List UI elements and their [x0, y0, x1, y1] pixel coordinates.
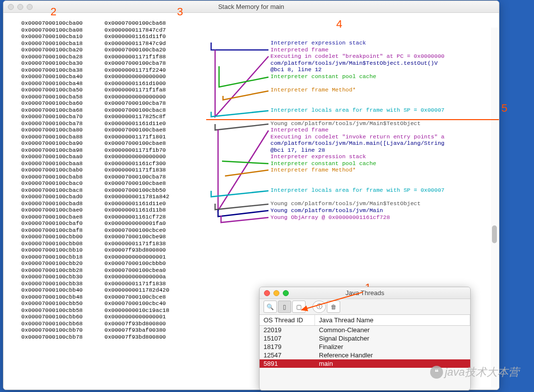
value-cell: 0x0000000117847cd7 — [104, 27, 169, 34]
table-row[interactable]: 18179Finalizer — [260, 343, 470, 351]
stack-label: Interpreter locals area for frame with S… — [270, 107, 445, 114]
addr-cell: 0x00007000100cba90 — [21, 140, 83, 147]
stack-label: Interpreter expression stack — [270, 40, 366, 46]
value-cell: 0x00007000100cbce0 — [104, 227, 169, 234]
addr-cell: 0x00007000100cbb70 — [21, 327, 83, 334]
stack-label: Interpreter frame Method* — [270, 87, 356, 93]
addr-cell: 0x00007000100cbab8 — [21, 174, 83, 180]
value-cell: 0x0000000117825c8f — [104, 113, 169, 120]
value-cell: 0x00000001171f2240 — [104, 67, 169, 74]
value-cell: 0x00000001171f1838 — [104, 280, 169, 287]
value-cell: 0x00007000100cbc40 — [104, 300, 169, 307]
addr-cell: 0x00007000100cbaa8 — [21, 160, 83, 167]
close-icon[interactable] — [8, 4, 14, 10]
table-row[interactable]: 15107Signal Dispatcher — [260, 334, 470, 343]
stack-label: Interpreter locals area for frame with S… — [270, 187, 445, 194]
anno-3: 3 — [177, 5, 183, 18]
addr-cell: 0x00007000100cba40 — [21, 73, 83, 80]
value-cell: 0x00007000100cba78 — [104, 174, 169, 180]
addr-cell: 0x00007000100cba48 — [21, 80, 83, 87]
cell-thread-name: Finalizer — [315, 343, 470, 351]
anno-arrow-1 — [274, 290, 373, 320]
addr-cell: 0x00007000100cba20 — [21, 46, 83, 53]
value-cell: 0x000000000000000a — [104, 273, 169, 280]
addr-cell: 0x00007000100cba78 — [21, 120, 83, 127]
value-cell: 0x00000001171f1f88 — [104, 53, 169, 60]
scrollbar-thumb[interactable] — [492, 225, 497, 243]
stack-label: Young com/platform/tools/jvm/Main$TestOb… — [270, 200, 421, 207]
addr-cell: 0x00007000100cbaf0 — [21, 220, 83, 227]
value-cell: 0x00007f93bd800800 — [104, 334, 169, 341]
addr-cell: 0x00007000100cbb08 — [21, 240, 83, 247]
zoom-icon[interactable] — [27, 4, 33, 10]
addr-cell: 0x00007000100cba98 — [21, 147, 83, 154]
cell-thread-name: Common-Cleaner — [315, 326, 470, 334]
addr-cell: 0x00007000100cbb58 — [21, 307, 83, 314]
stack-label: @bci 17, line 28 — [270, 147, 325, 154]
addr-cell: 0x00007000100cbb78 — [21, 334, 83, 341]
stack-label: @bci 8, line 12 — [270, 66, 322, 73]
stack-label: Interpreted frame — [270, 46, 328, 53]
addr-cell: 0x00007000100cbac8 — [21, 187, 83, 194]
value-cell: 0x00007000100cbae8 — [104, 180, 169, 187]
addr-cell: 0x00007000100cba80 — [21, 127, 83, 133]
value-cell: 0x00000001171f1b70 — [104, 147, 169, 154]
addr-cell: 0x00007000100cbb50 — [21, 300, 83, 307]
wechat-icon: ❝ — [430, 366, 443, 379]
cell-thread-id: 22019 — [260, 326, 315, 334]
addr-cell: 0x00007000100cba10 — [21, 33, 83, 40]
address-column-2: 0x00007000100cba680x0000000117847cd70x00… — [104, 20, 169, 340]
addr-cell: 0x00007000100cbb40 — [21, 287, 83, 294]
addr-cell: 0x00007000100cbb00 — [21, 233, 83, 240]
value-cell: 0x00000001171f1801 — [104, 133, 169, 140]
addr-cell: 0x00007000100cba60 — [21, 100, 83, 107]
stack-label: Interpreter frame Method* — [270, 167, 356, 174]
stack-label: Interpreter constant pool cache — [270, 73, 376, 80]
addr-cell: 0x00007000100cbb28 — [21, 267, 83, 274]
anno-4: 4 — [336, 18, 342, 31]
cell-thread-name: Reference Handler — [315, 351, 470, 359]
table-row[interactable]: 22019Common-Cleaner — [260, 326, 470, 334]
stack-label: Young com/platform/tools/jvm/Main$TestOb… — [270, 120, 421, 127]
addr-cell: 0x00007000100cba30 — [21, 60, 83, 67]
stack-label: Interpreter constant pool cache — [270, 160, 376, 167]
value-cell: 0x00007000100cbac8 — [104, 107, 169, 114]
addr-cell: 0x00007000100cba58 — [21, 93, 83, 100]
value-cell: 0x00000001171f1838 — [104, 240, 169, 247]
stack-label: Young ObjArray @ 0x00000001161cf728 — [270, 214, 390, 221]
value-cell: 0x00007000100cba78 — [104, 60, 169, 67]
value-cell: 0x00007000100cbb50 — [104, 187, 169, 194]
value-cell: 0x00000001161d11b8 — [104, 207, 169, 214]
addr-cell: 0x00007000100cbae0 — [21, 207, 83, 214]
table-row[interactable]: 12547Reference Handler — [260, 351, 470, 359]
cell-thread-name: Signal Dispatcher — [315, 334, 470, 343]
window-title: Stack Memory for main — [3, 3, 499, 10]
titlebar[interactable]: Stack Memory for main — [3, 1, 499, 13]
close-icon[interactable] — [264, 290, 270, 296]
stack-label: Interpreted frame — [270, 127, 328, 133]
addr-cell: 0x00007000100cbb30 — [21, 273, 83, 280]
threads-table: OS Thread ID Java Thread Name 22019Commo… — [260, 315, 470, 368]
value-cell: 0x0000000011782d420 — [104, 287, 169, 294]
minimize-icon[interactable] — [17, 4, 23, 10]
addr-cell: 0x00007000100cba18 — [21, 40, 83, 47]
cell-thread-id: 5891 — [260, 359, 315, 368]
addr-cell: 0x00007000100cba08 — [21, 27, 83, 34]
addr-cell: 0x00007000100cba00 — [21, 20, 83, 27]
addr-cell: 0x00007000100cba70 — [21, 113, 83, 120]
value-cell: 0x00000001161d11e0 — [104, 200, 169, 207]
value-cell: 0x0000000010c19ac18 — [104, 307, 169, 314]
scrollbar-track[interactable] — [491, 28, 498, 388]
addr-cell: 0x00007000100cbb48 — [21, 294, 83, 301]
value-cell: 0x0000000000000000 — [104, 93, 169, 100]
addr-cell: 0x00007000100cbad0 — [21, 193, 83, 200]
value-cell: 0x00007000100cbbb0 — [104, 260, 169, 267]
value-cell: 0x0000000000000001 — [104, 254, 169, 261]
addr-cell: 0x00007000100cbb38 — [21, 280, 83, 287]
anno-2: 2 — [50, 5, 56, 18]
value-cell: 0x00007000100cbce8 — [104, 294, 169, 301]
stack-label: Executing in codelet "breakpoint" at PC … — [270, 53, 445, 60]
value-cell: 0x00000001161cf728 — [104, 214, 169, 220]
stack-label: com/platform/tools/jvm/Main.main([Ljava/… — [270, 140, 445, 147]
addr-cell: 0x00007000100cbae8 — [21, 214, 83, 220]
